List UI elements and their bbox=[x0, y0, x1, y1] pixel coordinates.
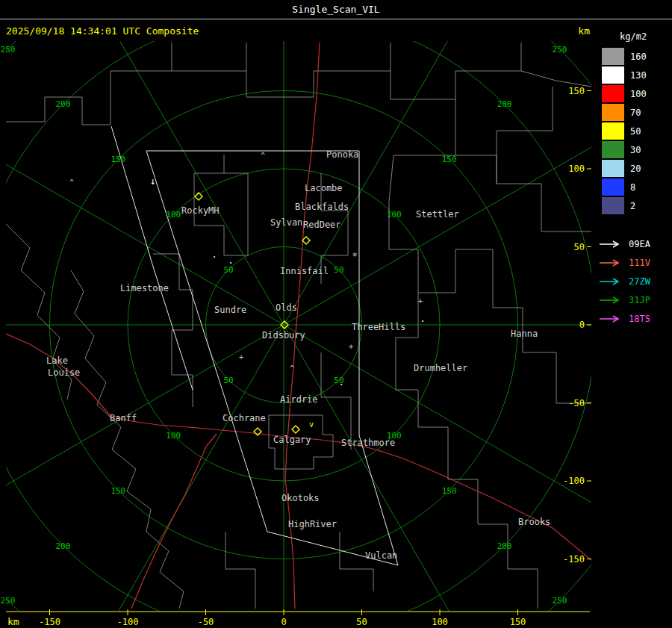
colorbar-swatch bbox=[602, 122, 624, 140]
colorbar-swatch bbox=[602, 48, 624, 65]
site-diamond-icon bbox=[302, 237, 310, 244]
city-label: Blackfalds bbox=[295, 202, 349, 212]
right-axis-tick-label: -100 bbox=[563, 476, 585, 486]
radar-window: Single_Scan_VIL 2025/09/18 14:34:01 UTC … bbox=[0, 0, 672, 628]
city-label: Ponoka bbox=[326, 149, 358, 160]
colorbar-value: 160 bbox=[630, 52, 647, 62]
city-label: RedDeer bbox=[303, 220, 341, 230]
right-axis-tick-label: 100 bbox=[568, 164, 585, 174]
city-label: Drumheller bbox=[414, 363, 467, 373]
colorbar-value: 130 bbox=[630, 70, 647, 81]
right-axis-tick-label: 0 bbox=[579, 320, 585, 330]
point-marker: · bbox=[211, 252, 217, 262]
point-marker: ^ bbox=[69, 178, 74, 187]
colorbar-value: 8 bbox=[630, 182, 635, 193]
city-label: HighRiver bbox=[288, 519, 337, 529]
point-marker: + bbox=[418, 296, 423, 306]
city-label: Limestone bbox=[120, 283, 169, 293]
storm-track-legend: 09EA111V27ZW31JP18TS bbox=[599, 234, 671, 328]
colorbar-entry: 160 bbox=[602, 47, 672, 66]
right-axis-tick-label: -50 bbox=[568, 398, 585, 408]
point-marker: · bbox=[420, 316, 425, 326]
range-label: 100 bbox=[166, 431, 181, 441]
storm-track-arrow-icon bbox=[599, 277, 624, 286]
bottom-axis-tick-label: -100 bbox=[117, 617, 139, 627]
colorbar-value: 100 bbox=[630, 89, 647, 99]
range-label: 50 bbox=[223, 376, 233, 385]
city-label: RockyMH bbox=[181, 205, 220, 216]
point-marker: · bbox=[228, 258, 233, 268]
city-label: Sundre bbox=[214, 305, 246, 315]
storm-track-entry: 27ZW bbox=[599, 272, 671, 290]
colorbar-value: 20 bbox=[630, 164, 641, 174]
site-diamond-icon bbox=[292, 426, 299, 433]
colorbar-unit-label: kg/m2 bbox=[620, 31, 672, 42]
storm-track-arrow-icon bbox=[599, 314, 624, 323]
storm-track-entry: 09EA bbox=[599, 234, 671, 253]
radar-map[interactable]: 5010015020025050100150200250501001502002… bbox=[0, 0, 672, 628]
colorbar-value: 70 bbox=[630, 108, 641, 118]
range-label: 150 bbox=[111, 155, 125, 164]
storm-track-id: 111V bbox=[629, 258, 650, 268]
storm-track-entry: 18TS bbox=[599, 309, 671, 328]
city-label: Cochrane bbox=[223, 413, 266, 423]
storm-track-id: 31JP bbox=[629, 295, 650, 305]
city-label: Olds bbox=[276, 302, 297, 313]
range-label: 200 bbox=[55, 541, 70, 551]
colorbar-value: 50 bbox=[630, 126, 641, 137]
city-label: Vulcan bbox=[365, 550, 397, 561]
storm-track-entry: 31JP bbox=[599, 290, 671, 309]
range-label: 200 bbox=[55, 99, 70, 109]
right-axis-tick-label: 50 bbox=[574, 242, 585, 252]
range-label: 100 bbox=[387, 210, 402, 220]
range-label: 250 bbox=[1, 596, 16, 606]
colorbar-swatch bbox=[602, 85, 624, 102]
colorbar-swatches: 1601301007050302082 bbox=[602, 47, 672, 215]
range-label: 100 bbox=[166, 210, 181, 220]
storm-track-id: 27ZW bbox=[629, 276, 650, 287]
colorbar-swatch bbox=[602, 160, 624, 177]
city-label: Sylvan bbox=[270, 217, 302, 228]
range-label: 250 bbox=[1, 45, 16, 55]
point-marker: * bbox=[352, 251, 357, 261]
city-label: Banff bbox=[110, 413, 137, 423]
point-marker: + bbox=[349, 342, 354, 352]
storm-track-arrow-icon bbox=[599, 296, 624, 305]
bottom-axis-unit-label: km bbox=[7, 616, 19, 627]
right-axis-tick-label: 150 bbox=[568, 86, 585, 96]
colorbar-value: 2 bbox=[630, 201, 635, 211]
colorbar-entry: 100 bbox=[602, 84, 672, 103]
city-label: Calgary bbox=[273, 435, 311, 445]
city-label: Strathmore bbox=[341, 438, 395, 448]
range-label: 150 bbox=[442, 155, 457, 164]
bottom-axis-tick-label: 0 bbox=[281, 617, 286, 627]
range-label: 200 bbox=[497, 99, 512, 109]
colorbar-entry: 2 bbox=[602, 196, 672, 215]
city-label: Okotoks bbox=[281, 493, 320, 503]
point-marker: · bbox=[338, 379, 343, 390]
point-marker: ↓ bbox=[150, 175, 156, 187]
range-label: 150 bbox=[442, 486, 457, 496]
range-label: 150 bbox=[111, 486, 125, 496]
colorbar-entry: 50 bbox=[602, 122, 672, 140]
colorbar-entry: 130 bbox=[602, 66, 672, 84]
storm-track-id: 18TS bbox=[629, 314, 650, 324]
city-labels: PonokaLacombeBlackfaldsSylvanRedDeerStet… bbox=[46, 149, 550, 561]
city-label: Stettler bbox=[416, 209, 459, 220]
scan-area-outline bbox=[111, 126, 398, 565]
point-marker: ^ bbox=[261, 152, 265, 160]
bottom-axis-tick-label: -150 bbox=[39, 617, 60, 627]
colorbar-value: 30 bbox=[630, 145, 641, 155]
bottom-axis-tick-label: 150 bbox=[510, 617, 526, 627]
range-label: 50 bbox=[334, 265, 343, 275]
city-label: Lake bbox=[46, 355, 68, 366]
point-marker: + bbox=[239, 352, 244, 362]
colorbar: kg/m2 1601301007050302082 bbox=[602, 31, 672, 215]
colorbar-swatch bbox=[602, 197, 624, 214]
range-label: 200 bbox=[497, 541, 512, 551]
city-label: Brooks bbox=[518, 517, 550, 527]
bottom-axis-tick-label: 100 bbox=[432, 617, 448, 627]
colorbar-entry: 70 bbox=[602, 103, 672, 122]
colorbar-entry: 8 bbox=[602, 178, 672, 196]
storm-track-arrow-icon bbox=[599, 258, 624, 267]
